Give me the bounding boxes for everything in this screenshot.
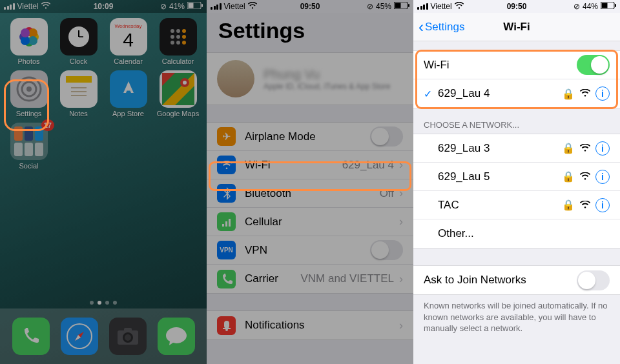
svg-rect-44 xyxy=(395,3,401,8)
carrier: Viettel xyxy=(431,2,452,11)
row-label: Wi-Fi xyxy=(245,159,342,172)
settings-row-cellular[interactable]: Cellular› xyxy=(207,208,413,236)
settings-row-bluetooth[interactable]: BluetoothOff› xyxy=(207,179,413,208)
svg-rect-1 xyxy=(189,3,194,8)
rotation-lock-icon: ⊘ xyxy=(160,2,167,11)
wifi-toggle-row[interactable]: Wi-Fi xyxy=(413,51,620,79)
svg-rect-40 xyxy=(124,328,132,332)
calc-icon xyxy=(160,18,197,56)
svg-point-21 xyxy=(176,41,180,45)
dock-app-camera[interactable] xyxy=(109,318,147,355)
app-app-store[interactable]: App Store xyxy=(106,70,150,117)
status-time: 09:50 xyxy=(507,2,527,11)
app-label: Settings xyxy=(16,110,42,117)
ask-toggle[interactable] xyxy=(577,270,610,290)
cell-icon xyxy=(217,212,236,231)
chevron-right-icon: › xyxy=(399,215,403,228)
battery-text: 45% xyxy=(376,2,391,11)
cell-signal-icon xyxy=(4,3,15,10)
profile-sub: Apple ID, iCloud, iTunes & App Store xyxy=(264,82,390,91)
settings-row-vpn[interactable]: VPNVPN xyxy=(207,236,413,265)
carrier-icon xyxy=(217,270,236,288)
profile-group[interactable]: Phung Vu Apple ID, iCloud, iTunes & App … xyxy=(207,52,413,105)
svg-point-17 xyxy=(170,35,174,39)
ask-join-row[interactable]: Ask to Join Networks xyxy=(413,266,620,294)
messages-icon xyxy=(158,318,195,355)
svg-point-15 xyxy=(176,29,180,33)
app-photos[interactable]: Photos xyxy=(6,18,51,65)
wifi-strength-icon xyxy=(580,199,590,211)
app-label: App Store xyxy=(112,110,144,117)
battery-icon xyxy=(187,2,203,11)
settings-row-notifications[interactable]: Notifications› xyxy=(207,311,413,339)
rotation-lock-icon: ⊘ xyxy=(574,2,580,11)
row-label: Cellular xyxy=(245,216,394,228)
info-button[interactable]: i xyxy=(595,86,610,101)
connected-network-row[interactable]: ✓ 629_Lau 4 🔒 i xyxy=(413,79,620,108)
cell-signal-icon xyxy=(211,3,222,10)
other-network-row[interactable]: Other... xyxy=(413,219,620,248)
app-google-maps[interactable]: Google Maps xyxy=(156,70,200,117)
info-button[interactable]: i xyxy=(595,170,610,184)
back-button[interactable]: ‹ Settings xyxy=(418,18,464,36)
vpn-icon: VPN xyxy=(217,241,236,259)
app-label: Calculator xyxy=(162,57,194,65)
avatar xyxy=(217,60,254,97)
chevron-right-icon: › xyxy=(399,158,403,172)
row-label: Notifications xyxy=(245,319,394,332)
safari-icon xyxy=(61,318,98,355)
settings-row-airplane-mode[interactable]: ✈Airplane Mode xyxy=(207,123,413,151)
lock-icon: 🔒 xyxy=(562,170,575,183)
app-label: Photos xyxy=(17,57,39,65)
carrier: Viettel xyxy=(17,2,39,11)
phone-icon xyxy=(12,318,50,355)
info-button[interactable]: i xyxy=(595,198,610,212)
app-social[interactable]: 17Social xyxy=(6,123,51,170)
app-label: Notes xyxy=(69,110,88,117)
svg-point-8 xyxy=(28,36,37,45)
battery-text: 41% xyxy=(169,2,185,11)
svg-point-20 xyxy=(170,41,174,45)
app-clock[interactable]: Clock xyxy=(56,18,101,65)
network-row[interactable]: 629_Lau 5🔒i xyxy=(413,163,620,191)
svg-point-16 xyxy=(182,29,186,33)
other-label: Other... xyxy=(438,227,610,240)
wifi-toggle[interactable] xyxy=(577,55,610,75)
app-calendar[interactable]: Wednesday4Calendar xyxy=(106,18,150,65)
dock xyxy=(0,308,207,364)
svg-point-9 xyxy=(21,36,30,45)
svg-point-42 xyxy=(125,334,131,341)
lock-icon: 🔒 xyxy=(562,88,575,100)
network-row[interactable]: TAC🔒i xyxy=(413,191,620,219)
row-label: VPN xyxy=(245,244,370,257)
dock-app-phone[interactable] xyxy=(12,318,50,355)
svg-rect-53 xyxy=(602,3,608,8)
network-name: 629_Lau 3 xyxy=(438,142,562,155)
app-label: Social xyxy=(19,162,39,170)
status-time: 10:09 xyxy=(94,2,114,11)
row-label: Airplane Mode xyxy=(245,130,370,143)
nav-title: Wi-Fi xyxy=(503,21,530,34)
settings-row-wi-fi[interactable]: Wi-Fi629_Lau 4› xyxy=(207,151,413,179)
wifi-icon xyxy=(217,156,236,174)
wifi-detail-screen: Viettel 09:50 ⊘ 44% ‹ Settings Wi-Fi Wi-… xyxy=(413,0,620,364)
toggle[interactable] xyxy=(370,240,403,260)
lock-icon: 🔒 xyxy=(562,142,575,154)
dock-app-safari[interactable] xyxy=(61,318,98,355)
carrier: Viettel xyxy=(224,2,245,11)
info-button[interactable]: i xyxy=(595,141,610,156)
dock-app-messages[interactable] xyxy=(158,318,195,355)
chevron-left-icon: ‹ xyxy=(418,18,424,36)
battery-text: 44% xyxy=(583,2,598,11)
svg-rect-48 xyxy=(229,219,231,227)
svg-point-34 xyxy=(183,81,187,85)
network-row[interactable]: 629_Lau 3🔒i xyxy=(413,134,620,163)
toggle[interactable] xyxy=(370,126,403,147)
app-settings[interactable]: Settings xyxy=(6,70,51,117)
app-notes[interactable]: Notes xyxy=(56,70,101,117)
app-calculator[interactable]: Calculator xyxy=(156,18,200,65)
settings-row-carrier[interactable]: CarrierVNM and VIETTEL› xyxy=(207,265,413,293)
ask-label: Ask to Join Networks xyxy=(424,274,577,287)
wifi-icon xyxy=(41,2,50,11)
svg-point-18 xyxy=(176,35,180,39)
